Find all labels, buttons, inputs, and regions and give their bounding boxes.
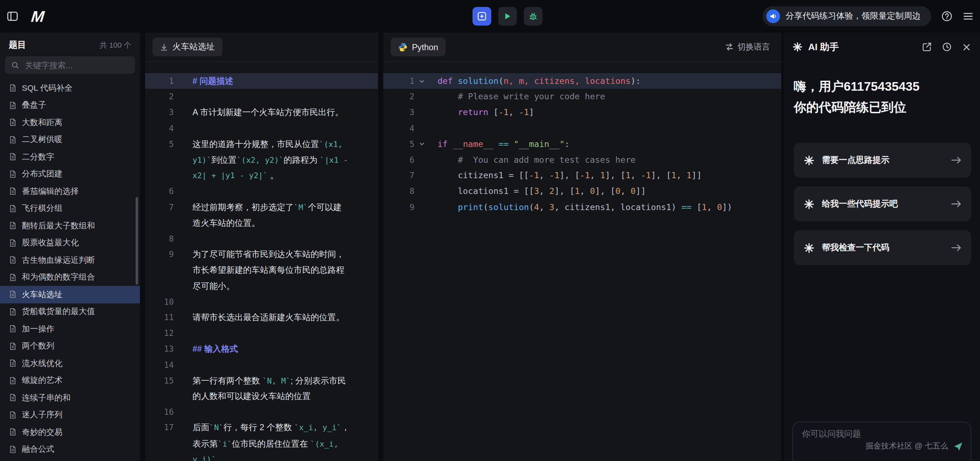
problem-list-item-label: 番茄编辑的选择 — [22, 186, 79, 197]
line-number: 8 — [383, 183, 414, 199]
problem-editor[interactable]: 1 # 问题描述 2 3 A 市计划新建一个火车站方便市民出行。 4 5 这里的… — [145, 62, 378, 461]
promo-banner[interactable]: 分享代码练习体验，领限量定制周边 — [762, 6, 931, 26]
code-line-content: locations1 = [[3, 2], [1, 0], [0, 0]] — [438, 183, 646, 199]
line-number: 1 — [383, 73, 414, 89]
fold-chevron-icon[interactable] — [414, 89, 430, 105]
sidebar-toggle-button[interactable] — [6, 10, 19, 22]
line-number: 9 — [383, 199, 414, 215]
problem-list-item[interactable]: SQL 代码补全 — [0, 80, 140, 97]
problem-list-item[interactable]: 流水线优化 — [0, 354, 140, 372]
problem-line: 7 经过前期考察，初步选定了`M`个可以建造火车站的位置。 — [145, 199, 378, 231]
code-line: 8 locations1 = [[3, 2], [1, 0], [0, 0]] — [383, 183, 781, 199]
code-panel-header: Python 切换语言 — [383, 33, 781, 62]
line-number: 3 — [383, 105, 414, 120]
search-input[interactable] — [24, 60, 129, 71]
problem-list-item[interactable]: 两个数列 — [0, 337, 140, 354]
problem-list-item[interactable]: 融合公式 — [0, 440, 140, 458]
line-number: 16 — [145, 404, 174, 420]
problem-list-item[interactable]: 火车站选址 — [0, 286, 140, 303]
ai-input-box[interactable]: 你可以问我问题 掘金技术社区 @ 七五么 — [793, 421, 971, 461]
fold-chevron-icon[interactable] — [414, 105, 430, 120]
help-button[interactable] — [941, 11, 953, 22]
problem-panel: 火车站选址 1 # 问题描述 2 3 A 市计划新建一个火车站方便市民出行。 4… — [145, 33, 378, 461]
problem-list-item[interactable]: 飞行棋分组 — [0, 200, 140, 217]
fold-chevron-icon[interactable] — [414, 152, 430, 168]
language-tab[interactable]: Python — [391, 38, 446, 56]
debug-button[interactable] — [524, 7, 542, 26]
menu-button[interactable] — [963, 11, 974, 22]
fold-chevron-icon[interactable] — [414, 120, 430, 136]
line-number: 5 — [383, 136, 414, 152]
close-button[interactable] — [962, 42, 971, 52]
problem-list-item[interactable]: 迷人子序列 — [0, 406, 140, 423]
fold-chevron-icon[interactable] — [414, 73, 430, 89]
problem-count: 共 100 个 — [100, 40, 131, 51]
run-button[interactable] — [498, 7, 517, 26]
ai-assistant-panel: AI 助手 嗨，用户61175435435 你的代码陪练已到位 需要 — [784, 33, 980, 461]
problem-list-item[interactable]: 二叉树供暖 — [0, 131, 140, 148]
problem-line-content — [192, 231, 350, 247]
code-line-content: return [-1, -1] — [438, 105, 534, 120]
code-editor[interactable]: 1 def solution(n, m, citizens, locations… — [383, 62, 781, 461]
problem-list-item[interactable]: 货船载货量的最大值 — [0, 303, 140, 320]
problem-list-item[interactable]: 分布式团建 — [0, 166, 140, 183]
fold-chevron-icon[interactable] — [414, 183, 430, 199]
problem-line-content — [192, 404, 350, 420]
problem-list-item-label: 二叉树供暖 — [22, 134, 62, 145]
switch-language-button[interactable]: 切换语言 — [721, 40, 774, 53]
send-icon[interactable] — [953, 441, 963, 451]
problem-list-item[interactable]: 螺旋的艺术 — [0, 372, 140, 389]
line-number: 15 — [145, 373, 174, 404]
problem-tab[interactable]: 火车站选址 — [153, 38, 223, 56]
document-icon — [9, 290, 17, 298]
code-line: 5 if __name__ == "__main__": — [383, 136, 781, 152]
new-snippet-button[interactable] — [473, 7, 491, 26]
problem-list-item[interactable]: 和为偶数的数字组合 — [0, 268, 140, 286]
fold-chevron-icon[interactable] — [414, 199, 430, 215]
problem-list-item[interactable]: 古生物血缘远近判断 — [0, 251, 140, 268]
problem-line-content — [192, 120, 350, 136]
search-box — [5, 56, 135, 74]
sidebar-header: 题目 共 100 个 — [0, 33, 140, 56]
problem-list-item[interactable]: 股票收益最大化 — [0, 234, 140, 251]
ai-suggestion-card[interactable]: 需要一点思路提示 — [794, 143, 971, 178]
problem-list-item[interactable]: 翻转后最大子数组和 — [0, 217, 140, 234]
problem-line-content: 这里的道路十分规整，市民从位置`(x1, y1)`到位置`(x2, y2)`的路… — [192, 136, 350, 183]
problem-line: 9 为了尽可能节省市民到达火车站的时间，市长希望新建的车站离每位市民的总路程尽可… — [145, 247, 378, 294]
ai-suggestion-card[interactable]: 帮我检查一下代码 — [794, 230, 971, 265]
line-number: 8 — [145, 231, 174, 247]
ai-greeting-line2: 你的代码陪练已到位 — [794, 97, 920, 118]
app-root: M 分享代码练习体验，领限量定制周边 — [0, 0, 980, 461]
new-chat-icon — [922, 42, 932, 52]
document-icon — [9, 325, 17, 333]
topbar: M 分享代码练习体验，领限量定制周边 — [0, 0, 980, 33]
line-number: 4 — [145, 120, 174, 136]
announcement-icon — [766, 9, 780, 23]
hamburger-icon — [963, 11, 974, 22]
code-line-content: # Please write your code here — [438, 89, 605, 105]
problem-list-item[interactable]: 大数和距离 — [0, 114, 140, 131]
line-number: 13 — [145, 341, 174, 357]
fold-chevron-icon[interactable] — [414, 168, 430, 183]
problem-list-item[interactable]: 二分数字 — [0, 148, 140, 166]
ai-greeting: 嗨，用户61175435435 你的代码陪练已到位 — [794, 77, 920, 118]
problem-list-item[interactable]: 连续子串的和 — [0, 389, 140, 406]
problem-list-item[interactable]: 番茄编辑的选择 — [0, 183, 140, 200]
new-chat-button[interactable] — [922, 42, 932, 52]
topbar-actions — [473, 7, 542, 26]
document-icon — [9, 273, 17, 281]
problem-list-item[interactable]: 奇妙的交易 — [0, 423, 140, 440]
sidebar-scrollbar[interactable] — [136, 197, 138, 285]
history-button[interactable] — [942, 42, 952, 52]
problem-list-item[interactable]: 叠盘子 — [0, 97, 140, 114]
problem-list-item[interactable]: 加一操作 — [0, 320, 140, 337]
problem-line: 17 后面`N`行，每行 2 个整数 `x_i, y_i`，表示第`i`位市民的… — [145, 420, 378, 461]
logo-glyph: M — [30, 7, 45, 25]
sparkle-icon — [804, 155, 815, 166]
fold-chevron-icon[interactable] — [414, 136, 430, 152]
ai-suggestion-card[interactable]: 给我一些代码提示吧 — [794, 187, 971, 222]
problem-list-item-label: 股票收益最大化 — [22, 237, 79, 249]
topbar-right: 分享代码练习体验，领限量定制周边 — [762, 0, 974, 33]
app-logo[interactable]: M — [30, 7, 45, 26]
ai-greeting-line1: 嗨，用户61175435435 — [794, 77, 920, 97]
